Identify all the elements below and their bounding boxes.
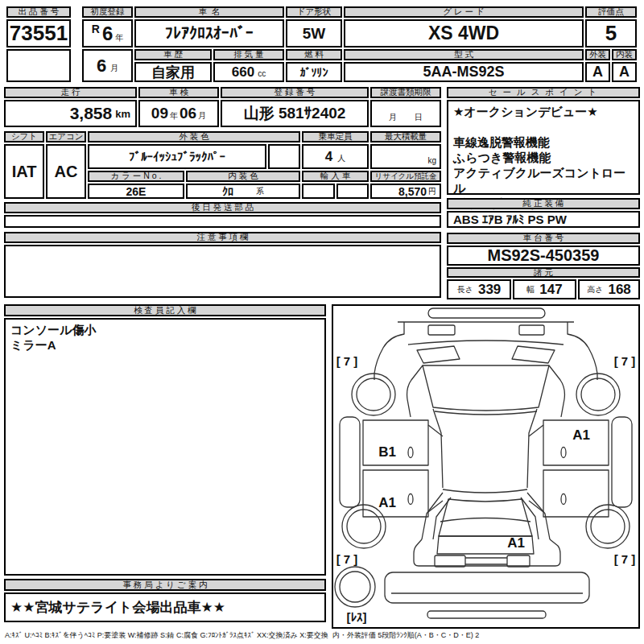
damage-label-right-front-door: A1 — [572, 427, 590, 443]
inspector-notes-header: 検 査 員 記 入 欄 — [4, 304, 326, 316]
score-value: 5 — [585, 19, 637, 47]
tire-depth-label-fr: [ 7 ] — [614, 354, 636, 368]
inspection-header: 車 検 — [138, 87, 219, 98]
interior-color-header: 内 装 色 — [186, 171, 300, 182]
recycle-deposit-header: リサイクル預託金 — [370, 171, 441, 182]
displacement-header: 排 気 量 — [213, 49, 284, 60]
interior-color-name: ｸﾛ — [222, 185, 233, 198]
text-line: コンソール傷小 — [10, 322, 320, 337]
recycle-deposit-value: 8,570 円 — [370, 184, 441, 199]
damage-diagram-box: [ 7 ] [ 7 ] [ 7 ] [ 7 ] B1 A1 A1 A1 [ﾚｽ] — [332, 304, 640, 629]
later-parts-header: 後 日 発 送 部 品 — [4, 202, 441, 213]
displacement-unit: cc — [258, 69, 266, 78]
length-value: 339 — [478, 282, 501, 298]
capacity-unit: 人 — [337, 153, 345, 164]
text-line: ふらつき警報機能 — [453, 150, 634, 165]
mileage-number: 3,858 — [70, 104, 113, 123]
height-label: 高さ — [587, 284, 603, 295]
inspection-year-unit: 年 — [170, 110, 178, 122]
import-car-header: 輸 入 車 — [302, 171, 369, 182]
car-name-value: ﾌﾚｱｸﾛｽｵｰﾊﾞｰ — [134, 19, 284, 47]
reg-year: 6 — [102, 23, 113, 45]
dimension-length: 長さ 339 — [447, 279, 511, 299]
era-letter: R — [92, 23, 100, 35]
transfer-deadline-header: 譲渡書類期限 — [370, 87, 441, 98]
fuel-header: 燃 料 — [286, 49, 342, 60]
exterior-color-empty-cell — [268, 144, 300, 169]
interior-grade-value: A — [612, 62, 637, 82]
width-value: 147 — [539, 282, 562, 298]
inspection-year: 09 — [151, 105, 168, 122]
dimension-width: 幅 147 — [513, 279, 576, 299]
history-value: 自家用 — [134, 62, 212, 82]
office-notice-content: ★★宮城サテライト会場出品車★★ — [4, 592, 326, 622]
aircon-header: エアコン — [46, 131, 86, 142]
max-load-value: kg — [370, 144, 441, 169]
tire-depth-label-rl: [ 7 ] — [336, 552, 358, 566]
history-header: 車 歴 — [134, 49, 212, 60]
sales-points-header: セ ー ル ス ポ イ ン ト — [447, 87, 640, 98]
exterior-color-header: 外 装 色 — [88, 131, 300, 142]
transfer-day-unit: 日 — [415, 112, 423, 123]
capacity-number: 4 — [325, 149, 332, 165]
shift-header: シフト — [4, 131, 44, 142]
chassis-no-value: MS92S-450359 — [447, 246, 640, 266]
front-right-tire — [576, 374, 620, 415]
shift-value: IAT — [4, 144, 44, 199]
color-no-header: カ ラ ー N o . — [88, 171, 184, 182]
first-registration-header: 初度登録 — [82, 6, 133, 18]
damage-code-legend: A:ｷｽﾞ U:ﾍｺﾐ B:ｷｽﾞを伴うﾍｺﾐ P:要塗装 W:補修跡 S:錆 … — [5, 630, 641, 641]
auction-no-empty-cell — [6, 49, 71, 82]
door-shape-header: ドア形状 — [286, 6, 342, 18]
registration-no-value: 山形 581ｻ2402 — [221, 100, 369, 127]
interior-grade-header: 内装 — [612, 49, 637, 60]
color-no-value: 26E — [88, 184, 184, 199]
first-registration-month: 6 月 — [82, 49, 133, 82]
equipment-value: ABS ｴｱB ｱﾙﾐ PS PW — [447, 211, 640, 228]
auction-no-value: 73551 — [6, 19, 71, 47]
recycle-unit: 円 — [428, 186, 436, 197]
text-line: 車線逸脱警報機能 — [453, 134, 634, 150]
recycle-number: 8,570 — [398, 185, 427, 198]
car-top-view-diagram: [ 7 ] [ 7 ] [ 7 ] [ 7 ] B1 A1 A1 A1 [ﾚｽ] — [333, 306, 638, 627]
rear-bumper-shape — [385, 572, 589, 603]
inspection-value: 09 年 06 月 — [138, 100, 219, 127]
width-label: 幅 — [526, 284, 535, 295]
exterior-grade-value: A — [585, 62, 610, 82]
spare-tire-label: [ﾚｽ] — [347, 610, 367, 624]
fuel-value: ｶﾞｿﾘﾝ — [286, 62, 342, 82]
text-line: ミラーA — [10, 337, 320, 353]
dimension-height: 高さ 168 — [578, 279, 640, 299]
length-label: 長さ — [457, 284, 473, 295]
grade-header: グ レ ー ド — [344, 6, 584, 18]
right-rear-door-shape — [543, 470, 609, 517]
inspection-month: 06 — [180, 105, 196, 122]
office-notice-header: 事 務 局 よ り ご 案 内 — [4, 579, 326, 591]
exterior-color-value: ﾌﾞﾙｰｲｯｼｭﾌﾞﾗｯｸﾊﾟｰ — [88, 144, 266, 169]
score-header: 評価点 — [585, 6, 637, 18]
notes-content — [4, 245, 441, 298]
mileage-value: 3,858 km — [4, 100, 137, 127]
import-car-cell-b — [336, 184, 369, 199]
mileage-unit: km — [115, 108, 130, 120]
front-left-tire — [352, 374, 395, 415]
registration-no-header: 登 録 番 号 — [221, 87, 369, 98]
year-unit: 年 — [115, 32, 123, 43]
capacity-header: 乗車定員 — [302, 131, 369, 142]
damage-label-left-front-door: B1 — [378, 444, 396, 460]
equipment-header: 純 正 装 備 — [447, 198, 640, 209]
notes-header: 注 意 事 項 欄 — [4, 232, 441, 243]
model-code-header: 型 式 — [344, 49, 584, 60]
displacement-number: 660 — [232, 64, 254, 80]
auction-sheet: { "colors": { "header_bg": "#d6d6d6", "b… — [0, 0, 644, 644]
aircon-value: AC — [46, 144, 86, 199]
mileage-header: 走 行 — [4, 87, 137, 98]
height-value: 168 — [608, 282, 630, 298]
capacity-value: 4 人 — [302, 144, 369, 169]
text-line — [453, 119, 634, 134]
later-parts-content — [4, 215, 441, 228]
grade-value: XS 4WD — [344, 19, 584, 47]
transfer-month-unit: 月 — [389, 112, 397, 123]
door-shape-value: 5W — [286, 19, 342, 47]
text-line: ★オークションデビュー★ — [453, 104, 634, 119]
